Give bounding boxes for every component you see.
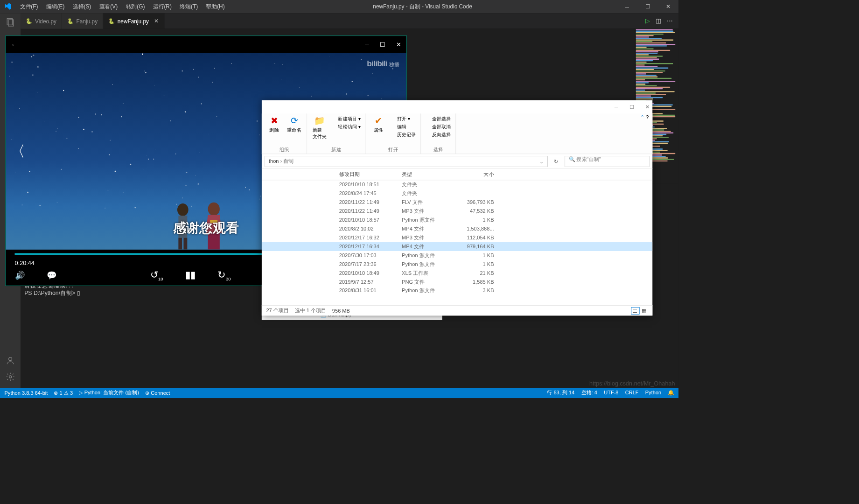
vscode-logo-icon <box>0 0 16 13</box>
status-problems[interactable]: ⊗ 1 ⚠ 3 <box>54 390 73 396</box>
ribbon-item[interactable]: 📁新建文件夹 <box>312 116 328 146</box>
maximize-button[interactable]: ☐ <box>637 0 658 13</box>
caption-icon[interactable]: 💬 <box>47 271 56 280</box>
menu-item[interactable]: 运行(R) <box>149 2 175 12</box>
player-maximize-icon[interactable]: ☐ <box>380 41 385 48</box>
status-debug[interactable]: ▷ Python: 当前文件 (自制) <box>79 390 139 396</box>
menu-item[interactable]: 查看(V) <box>96 2 121 12</box>
menu-item[interactable]: 文件(F) <box>16 2 42 12</box>
file-row[interactable]: 2020/12/17 16:32MP3 文件112,054 KB <box>262 233 652 242</box>
ribbon: ✖删除⟳重命名组织📁新建文件夹新建项目 ▾轻松访问 ▾新建✔属性打开 ▾编辑历史… <box>262 113 652 154</box>
brand-watermark: bilibili 独播 <box>367 59 398 69</box>
ribbon-collapse-icon[interactable]: ⌃ <box>640 114 644 120</box>
svg-point-3 <box>9 376 12 378</box>
rewind-icon[interactable]: ↺10 <box>150 269 163 281</box>
breadcrumb[interactable]: thon › 自制⌄ <box>265 156 548 167</box>
menu-bar: 文件(F)编辑(E)选择(S)查看(V)转到(G)运行(R)终端(T)帮助(H) <box>16 2 229 12</box>
status-spaces[interactable]: 空格: 4 <box>581 390 597 396</box>
close-tab-icon[interactable]: ✕ <box>154 18 159 24</box>
status-language[interactable]: Python <box>645 390 661 396</box>
explorer-minimize-icon[interactable]: ─ <box>615 104 618 110</box>
help-icon[interactable]: ? <box>646 114 649 120</box>
view-large-icon[interactable]: ▦ <box>640 307 648 315</box>
tab[interactable]: 🐍newFanju.py✕ <box>103 13 164 28</box>
file-row[interactable]: 2020/11/22 11:49MP3 文件47,532 KB <box>262 207 652 216</box>
more-icon[interactable]: ⋯ <box>667 17 673 24</box>
menu-item[interactable]: 编辑(E) <box>42 2 68 12</box>
file-row[interactable]: 2020/12/17 16:34MP4 文件979,164 KB <box>262 242 652 251</box>
python-icon: 🐍 <box>67 18 73 24</box>
player-close-icon[interactable]: ✕ <box>396 41 401 48</box>
file-row[interactable]: 2020/7/30 17:03Python 源文件1 KB <box>262 251 652 260</box>
view-details-icon[interactable]: ☰ <box>631 307 639 315</box>
status-python[interactable]: Python 3.8.3 64-bit <box>4 390 48 396</box>
svg-point-8 <box>208 203 220 216</box>
menu-item[interactable]: 终端(T) <box>176 2 202 12</box>
file-row[interactable]: 2020/8/2 10:02MP4 文件1,503,868... <box>262 224 652 233</box>
svg-rect-6 <box>178 238 182 249</box>
status-bar: Python 3.8.3 64-bit ⊗ 1 ⚠ 3 ▷ Python: 当前… <box>0 388 678 398</box>
previous-icon[interactable]: 〈 <box>10 141 25 161</box>
file-row[interactable]: 2020/8/24 17:45文件夹 <box>262 189 652 198</box>
watermark: https://blog.csdn.net/Mr_Ohahah <box>589 380 675 387</box>
status-encoding[interactable]: UTF-8 <box>604 390 618 396</box>
ribbon-sub[interactable]: 反向选择 <box>425 131 451 138</box>
settings-gear-icon[interactable] <box>5 371 15 382</box>
ribbon-item[interactable]: ✔属性 <box>370 116 387 146</box>
pause-icon[interactable]: ▮▮ <box>185 269 196 281</box>
svg-point-2 <box>9 357 12 361</box>
menu-item[interactable]: 转到(G) <box>122 2 149 12</box>
ribbon-sub[interactable]: 全部取消 <box>425 124 451 130</box>
file-explorer-window: ─ ☐ ✕ ⌃ ? ✖删除⟳重命名组织📁新建文件夹新建项目 ▾轻松访问 ▾新建✔… <box>262 100 652 315</box>
time-elapsed: 0:20:44 <box>15 260 35 266</box>
split-editor-icon[interactable]: ◫ <box>656 17 661 24</box>
file-row[interactable]: 2020/10/10 18:51文件夹 <box>262 180 652 189</box>
back-arrow-icon[interactable]: ← <box>11 41 17 48</box>
file-row[interactable]: 2020/11/22 11:49FLV 文件396,793 KB <box>262 198 652 207</box>
search-input[interactable]: 🔍 搜索"自制" <box>565 156 649 167</box>
tab[interactable]: 🐍Video.py <box>21 13 62 28</box>
explorer-icon[interactable] <box>5 17 15 27</box>
titlebar: 文件(F)编辑(E)选择(S)查看(V)转到(G)运行(R)终端(T)帮助(H)… <box>0 0 678 13</box>
ribbon-sub[interactable]: 新建项目 ▾ <box>331 116 361 122</box>
file-row[interactable]: 2019/9/7 12:57PNG 文件1,585 KB <box>262 278 652 287</box>
svg-rect-7 <box>183 238 187 249</box>
forward-icon[interactable]: ↻30 <box>217 269 230 281</box>
player-minimize-icon[interactable]: ─ <box>365 41 369 48</box>
ribbon-sub[interactable]: 编辑 <box>390 124 416 130</box>
menu-item[interactable]: 帮助(H) <box>203 2 229 12</box>
window-title: newFanju.py - 自制 - Visual Studio Code <box>229 3 617 10</box>
file-row[interactable]: 2020/10/10 18:57Python 源文件1 KB <box>262 216 652 224</box>
minimize-button[interactable]: ─ <box>617 0 637 13</box>
svg-point-4 <box>177 203 189 216</box>
python-icon: 🐍 <box>26 18 32 24</box>
explorer-close-icon[interactable]: ✕ <box>645 104 649 110</box>
explorer-maximize-icon[interactable]: ☐ <box>629 104 634 110</box>
ribbon-sub[interactable]: 轻松访问 ▾ <box>331 124 361 130</box>
menu-item[interactable]: 选择(S) <box>69 2 95 12</box>
tab[interactable]: 🐍Fanju.py <box>62 13 103 28</box>
status-line[interactable]: 行 63, 列 14 <box>547 390 574 396</box>
status-eol[interactable]: CRLF <box>625 390 639 396</box>
file-list: 修改日期 类型 大小 2020/10/10 18:51文件夹2020/8/24 … <box>262 169 652 305</box>
header-size[interactable]: 大小 <box>457 171 494 178</box>
subtitle: 感谢您观看 <box>173 219 239 237</box>
header-type[interactable]: 类型 <box>402 171 457 178</box>
ribbon-item[interactable]: ⟳重命名 <box>286 116 302 146</box>
ribbon-item[interactable]: ✖删除 <box>266 116 282 146</box>
run-icon[interactable]: ▷ <box>645 17 649 24</box>
file-row[interactable]: 2020/10/10 18:49XLS 工作表21 KB <box>262 269 652 278</box>
close-button[interactable]: ✕ <box>658 0 678 13</box>
status-bell[interactable]: 🔔 <box>668 390 674 396</box>
header-date[interactable]: 修改日期 <box>339 171 402 178</box>
volume-icon[interactable]: 🔊 <box>15 271 25 280</box>
ribbon-sub[interactable]: 打开 ▾ <box>390 116 416 122</box>
ribbon-sub[interactable]: 历史记录 <box>390 131 416 138</box>
status-connect[interactable]: ⊕ Connect <box>145 390 170 396</box>
account-icon[interactable] <box>5 356 15 366</box>
ribbon-sub[interactable]: 全部选择 <box>425 116 451 122</box>
file-row[interactable]: 2020/7/17 23:36Python 源文件1 KB <box>262 260 652 269</box>
tab-bar: 🐍Video.py🐍Fanju.py🐍newFanju.py✕ ▷ ◫ ⋯ <box>21 13 678 28</box>
refresh-icon[interactable]: ↻ <box>551 156 562 167</box>
file-row[interactable]: 2020/8/31 16:01Python 源文件3 KB <box>262 287 652 295</box>
